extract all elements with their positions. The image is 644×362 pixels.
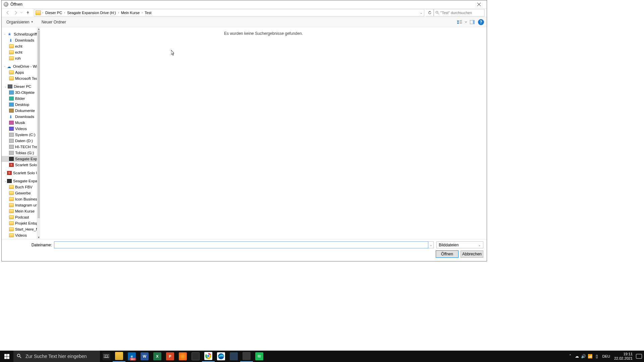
tree-item-folder[interactable]: echt (2, 43, 37, 49)
close-icon (477, 3, 481, 6)
powerpoint-icon: P (166, 352, 174, 360)
filename-dropdown[interactable]: ⌄ (428, 241, 434, 248)
help-button[interactable]: ? (478, 19, 484, 25)
taskbar-app-generic[interactable] (227, 351, 240, 362)
taskbar-app-powerpoint[interactable]: P (164, 351, 176, 362)
tree-item-music[interactable]: Musik (2, 120, 37, 126)
tree-item-drive[interactable]: System (C:) (2, 132, 37, 138)
tree-item-folder[interactable]: Podcast (2, 214, 37, 220)
recent-locations-button[interactable] (20, 9, 23, 16)
tree-item-folder[interactable]: Icon Business (2, 196, 37, 202)
tree-scrollbar[interactable]: ▲ ▼ (37, 27, 40, 239)
tree-item-onedrive[interactable]: ›☁OneDrive - Wirtsc (2, 63, 37, 69)
organize-button[interactable]: Organisieren ▼ (4, 19, 36, 25)
chevron-down-icon: ▼ (31, 20, 34, 23)
tree-item-folder[interactable]: Videos (2, 232, 37, 238)
tree-item-drive-selected[interactable]: Seagate Expansi (2, 156, 37, 162)
tree-item-folder[interactable]: echt (2, 49, 37, 55)
tree-item-drive[interactable]: Daten (D:) (2, 138, 37, 144)
navigation-bar: › Dieser PC › Seagate Expansion Drive (H… (2, 8, 487, 17)
drive-icon (9, 133, 14, 137)
tree-item-folder[interactable]: roh (2, 55, 37, 61)
tree-item-folder[interactable]: Microsoft Teams (2, 75, 37, 81)
tree-item-downloads[interactable]: ⬇Downloads (2, 37, 37, 43)
pc-icon (8, 84, 12, 88)
no-results-text: Es wurden keine Suchergebnisse gefunden. (40, 31, 487, 36)
tree-item-folder[interactable]: Projekt Entspann (2, 220, 37, 226)
tray-language[interactable]: DEU (602, 354, 610, 358)
taskbar-app-edge[interactable] (215, 351, 227, 362)
breadcrumb-segment[interactable]: Seagate Expansion Drive (H:) (65, 9, 118, 16)
tree-item-folder[interactable]: YT (2, 238, 37, 239)
tray-clock[interactable]: 19:11 22.02.2021 (614, 352, 633, 360)
taskbar-app-generic[interactable] (240, 351, 253, 362)
tree-item-folder[interactable]: Start_Here_Mac. (2, 226, 37, 232)
breadcrumb-segment[interactable]: Mein Kurse (119, 9, 142, 16)
cursor-icon (171, 50, 175, 56)
scroll-thumb[interactable] (38, 31, 40, 218)
view-mode-dropdown[interactable] (464, 18, 468, 26)
view-mode-button[interactable] (456, 18, 463, 26)
back-button[interactable] (4, 9, 12, 16)
task-view-button[interactable] (100, 351, 113, 362)
download-icon: ⬇ (9, 38, 14, 42)
tree-item-3d-objects[interactable]: 3D-Objekte (2, 89, 37, 96)
taskbar-search[interactable]: Zur Suche Text hier eingeben (13, 351, 100, 362)
tree-item-drive[interactable]: HI-TECH Treiber (2, 144, 37, 150)
tray-cloud-icon[interactable]: ☁ (574, 354, 580, 359)
preview-pane-button[interactable] (469, 18, 476, 26)
tree-item-drive[interactable]: Tobias (G:) (2, 150, 37, 156)
taskbar-app-edge-legacy[interactable]: e99+ (125, 351, 138, 362)
tree-item-folder[interactable]: Mein Kurse (2, 208, 37, 214)
search-input[interactable]: "Test" durchsuchen (434, 9, 485, 16)
address-dropdown[interactable]: ⌄ (419, 11, 424, 14)
taskbar-app-chrome[interactable] (202, 351, 215, 362)
action-center-button[interactable] (636, 354, 642, 359)
arrow-left-icon (5, 10, 10, 15)
taskbar-app-spotify[interactable] (253, 351, 266, 362)
cancel-button[interactable]: Abbrechen (461, 250, 483, 258)
tree-item-drive[interactable]: SScarlett Solo USB (2, 162, 37, 168)
tree-item-folder[interactable]: Instagram und T (2, 202, 37, 208)
tree-item-drive[interactable]: ⌄Seagate Expansion (2, 178, 37, 184)
filename-input[interactable] (54, 241, 428, 248)
taskbar-app-obs[interactable] (189, 351, 202, 362)
tray-battery-icon[interactable]: ▯ (594, 354, 600, 359)
open-button[interactable]: Öffnen (436, 250, 459, 258)
dialog-bottom-panel: Dateiname: ⌄ Bilddateien ⌄ Öffnen Abbrec… (2, 239, 487, 261)
taskbar-app-word[interactable]: W (138, 351, 151, 362)
tree-item-folder[interactable]: Apps (2, 69, 37, 75)
tree-item-downloads[interactable]: ⬇Downloads (2, 114, 37, 120)
scroll-down-icon[interactable]: ▼ (37, 236, 40, 239)
tree-item-pictures[interactable]: Bilder (2, 96, 37, 102)
up-button[interactable] (24, 9, 32, 16)
breadcrumb-segment[interactable]: Test (143, 9, 153, 16)
tree-item-folder[interactable]: Gewerbe (2, 190, 37, 196)
file-list-area[interactable]: Es wurden keine Suchergebnisse gefunden. (40, 27, 487, 239)
filetype-select[interactable]: Bilddateien ⌄ (436, 241, 483, 248)
folder-icon (9, 76, 14, 80)
tray-overflow-button[interactable]: ˄ (567, 354, 574, 359)
tree-item-quick-access[interactable]: ›★Schnellzugriff (2, 31, 37, 37)
tree-item-desktop[interactable]: Desktop (2, 102, 37, 108)
tray-volume-icon[interactable]: 🔊 (580, 354, 587, 359)
forward-button[interactable] (12, 9, 20, 16)
taskbar-app-excel[interactable]: X (151, 351, 164, 362)
breadcrumb-segment[interactable]: Dieser PC (43, 9, 64, 16)
taskbar-app-explorer[interactable] (113, 351, 125, 362)
chevron-down-icon (465, 21, 467, 23)
tray-network-icon[interactable]: 📶 (587, 354, 594, 359)
refresh-button[interactable] (426, 9, 434, 16)
folder-icon (9, 191, 14, 195)
tree-item-drive[interactable]: ›SScarlett Solo USB (2, 170, 37, 176)
tree-item-videos[interactable]: Videos (2, 126, 37, 132)
scroll-up-icon[interactable]: ▲ (37, 27, 40, 31)
tree-item-folder[interactable]: Buch FBV (2, 184, 37, 190)
tree-item-documents[interactable]: Dokumente (2, 108, 37, 114)
address-bar[interactable]: › Dieser PC › Seagate Expansion Drive (H… (34, 9, 424, 16)
close-button[interactable] (471, 0, 487, 8)
start-button[interactable] (0, 351, 13, 362)
taskbar-app-brave[interactable] (176, 351, 189, 362)
tree-item-this-pc[interactable]: ⌄Dieser PC (2, 83, 37, 89)
new-folder-button[interactable]: Neuer Ordner (38, 19, 69, 25)
